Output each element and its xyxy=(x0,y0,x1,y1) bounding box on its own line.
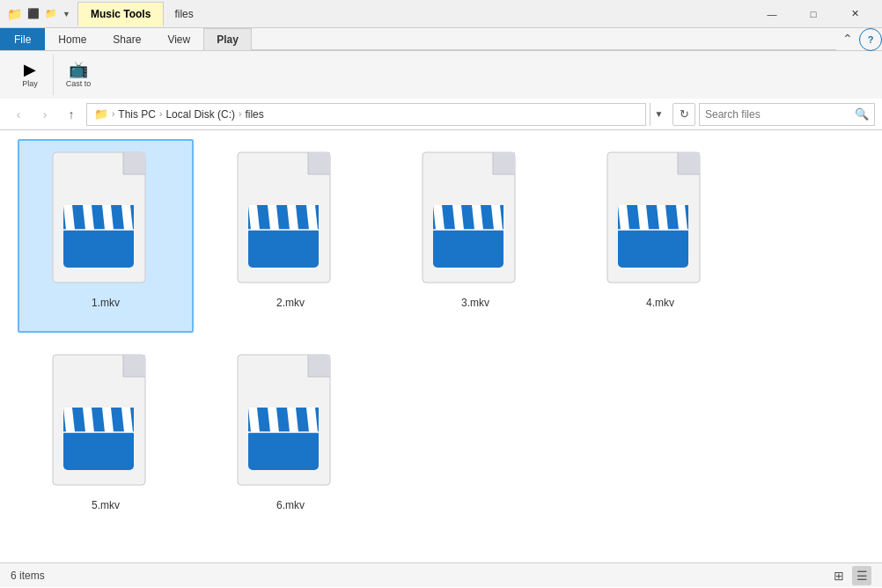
title-tabs: Music Tools xyxy=(77,2,164,26)
status-bar: 6 items ⊞ ☰ xyxy=(0,562,882,587)
mkv-file-icon xyxy=(48,350,163,496)
path-icon: 📁 xyxy=(94,107,108,121)
tab-share[interactable]: Share xyxy=(99,28,154,50)
back-button[interactable]: ‹ xyxy=(7,103,30,126)
tab-view[interactable]: View xyxy=(154,28,203,50)
forward-button[interactable]: › xyxy=(33,103,56,126)
search-input[interactable] xyxy=(705,108,855,121)
view-controls: ⊞ ☰ xyxy=(829,566,871,585)
tab-home[interactable]: Home xyxy=(45,28,99,50)
quick-access-icon2[interactable]: 📁 xyxy=(45,8,57,19)
file-item[interactable]: 3.mkv xyxy=(387,139,563,333)
path-local-disk[interactable]: Local Disk (C:) xyxy=(165,108,235,121)
svg-rect-14 xyxy=(248,227,319,268)
svg-rect-25 xyxy=(433,227,503,268)
details-view-button[interactable]: ☰ xyxy=(852,566,871,585)
mkv-file-icon xyxy=(418,148,533,293)
quick-access-icon[interactable]: ⬛ xyxy=(27,8,40,19)
minimize-button[interactable]: — xyxy=(752,0,792,28)
mkv-file-icon xyxy=(48,148,163,293)
cast-button[interactable]: 📺 Cast to xyxy=(62,59,94,91)
svg-rect-36 xyxy=(618,227,688,268)
ribbon-tabs: File Home Share View Play ⌃ ? xyxy=(0,28,882,51)
play-button[interactable]: ▶ Play xyxy=(14,59,46,91)
path-dropdown-button[interactable]: ▼ xyxy=(650,103,667,126)
file-label: 2.mkv xyxy=(276,297,305,309)
mkv-file-icon xyxy=(233,350,348,496)
file-label: 5.mkv xyxy=(92,499,120,511)
ribbon-tab-spacer xyxy=(252,28,836,50)
path-files[interactable]: files xyxy=(245,108,263,121)
svg-rect-47 xyxy=(63,430,134,470)
up-button[interactable]: ↑ xyxy=(60,103,83,126)
ribbon-group-cast: 📺 Cast to xyxy=(55,55,101,95)
svg-marker-46 xyxy=(123,355,145,377)
svg-marker-24 xyxy=(493,152,515,174)
search-icon[interactable]: 🔍 xyxy=(855,107,869,121)
tab-play[interactable]: Play xyxy=(203,28,252,50)
music-tools-tab[interactable]: Music Tools xyxy=(77,2,164,26)
ribbon-content: ▶ Play 📺 Cast to xyxy=(0,51,882,99)
svg-marker-13 xyxy=(308,152,330,174)
main-content: 1.mkv xyxy=(0,130,882,562)
refresh-button[interactable]: ↻ xyxy=(673,103,695,126)
title-bar-quick-access: 📁 ⬛ 📁 ▼ xyxy=(7,7,70,21)
window-controls: — □ ✕ xyxy=(752,0,875,28)
svg-marker-35 xyxy=(678,152,700,174)
maximize-button[interactable]: □ xyxy=(793,0,834,28)
close-button[interactable]: ✕ xyxy=(834,0,875,28)
search-box[interactable]: 🔍 xyxy=(699,103,875,126)
file-label: 4.mkv xyxy=(646,297,674,309)
address-bar: ‹ › ↑ 📁 › This PC › Local Disk (C:) › fi… xyxy=(0,99,882,130)
svg-rect-3 xyxy=(63,227,134,268)
quick-access-dropdown[interactable]: ▼ xyxy=(62,10,70,18)
file-label: 1.mkv xyxy=(92,297,120,309)
file-item[interactable]: 5.mkv xyxy=(18,342,194,535)
mkv-file-icon xyxy=(233,148,348,293)
cast-icon: 📺 xyxy=(69,62,88,77)
address-path[interactable]: 📁 › This PC › Local Disk (C:) › files xyxy=(86,103,646,126)
svg-rect-58 xyxy=(248,430,319,470)
file-item[interactable]: 6.mkv xyxy=(202,342,379,535)
item-count: 6 items xyxy=(11,570,45,582)
file-label: 3.mkv xyxy=(461,297,489,309)
file-item[interactable]: 2.mkv xyxy=(202,139,379,333)
files-area: 1.mkv xyxy=(0,130,882,562)
title-bar: 📁 ⬛ 📁 ▼ Music Tools files — □ ✕ xyxy=(0,0,882,28)
svg-marker-2 xyxy=(123,152,145,174)
window-icon: 📁 xyxy=(7,7,22,21)
grid-view-button[interactable]: ⊞ xyxy=(829,566,849,585)
path-this-pc[interactable]: This PC xyxy=(118,108,156,121)
tab-file[interactable]: File xyxy=(0,28,45,50)
folder-title: files xyxy=(174,8,193,20)
ribbon-group-play: ▶ Play xyxy=(7,55,54,95)
help-button[interactable]: ? xyxy=(859,28,882,51)
play-icon: ▶ xyxy=(24,62,36,77)
file-item[interactable]: 1.mkv xyxy=(18,139,194,333)
file-item[interactable]: 4.mkv xyxy=(572,139,748,333)
svg-marker-57 xyxy=(308,355,330,377)
mkv-file-icon xyxy=(603,148,717,293)
file-label: 6.mkv xyxy=(276,499,305,511)
ribbon-collapse-btn[interactable]: ⌃ xyxy=(836,27,859,50)
